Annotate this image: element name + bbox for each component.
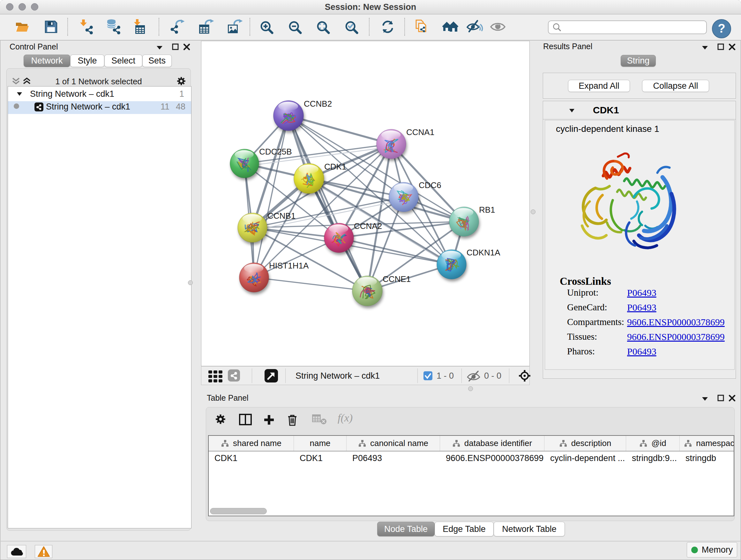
results-panel-close-icon[interactable] [728,43,736,51]
table-cell[interactable]: stringdb [680,451,734,465]
network-node-RB1[interactable] [449,207,479,236]
table-panel-close-icon[interactable] [728,394,736,402]
table-cell[interactable]: cyclin-dependent ... [544,451,626,465]
open-in-new-window-icon[interactable] [264,369,278,384]
refresh-button[interactable] [379,17,397,36]
warnings-button[interactable] [35,545,52,558]
column-header-database-identifier[interactable]: database identifier [440,436,544,451]
import-network-from-file-button[interactable] [77,17,95,36]
export-table-button[interactable] [197,17,216,36]
import-table-from-file-button[interactable] [130,17,149,36]
results-panel-menu-icon[interactable] [701,44,709,52]
zoom-fit-button[interactable] [313,17,332,36]
show-all-button[interactable] [488,17,507,36]
help-button[interactable]: ? [711,18,732,39]
network-node-CCNA1[interactable] [377,129,406,159]
search-box[interactable] [548,20,707,34]
control-tab-network[interactable]: Network [23,55,70,67]
table-horizontal-scrollbar[interactable] [210,508,267,514]
column-header-@id[interactable]: @id [626,436,680,451]
table-tab-node-table[interactable]: Node Table [377,522,434,537]
search-input[interactable] [564,22,706,32]
split-columns-icon[interactable] [239,414,252,427]
table-panel-float-icon[interactable] [717,394,725,402]
column-header-namespace[interactable]: namespace [680,436,734,451]
add-column-icon[interactable] [263,414,275,427]
network-node-CCNA2[interactable] [324,223,354,253]
network-node-CDK1[interactable] [294,164,324,193]
crosslink-row: Uniprot: P06493 [567,287,727,298]
vertical-splitter-grip-right[interactable] [531,209,536,214]
network-node-CCNE1[interactable] [352,276,382,306]
table-tab-edge-table[interactable]: Edge Table [434,522,494,537]
crosslink-value[interactable]: P06493 [627,287,657,298]
column-header-canonical-name[interactable]: canonical name [347,436,440,451]
import-network-from-database-button[interactable] [105,17,123,36]
network-collection-row[interactable]: String Network – cdk1 1 [8,88,191,101]
toolbar-separator [369,18,369,36]
horizontal-splitter-grip[interactable] [468,386,473,391]
new-network-from-selection-button[interactable] [441,17,460,36]
export-network-button[interactable] [168,17,186,36]
hide-selected-button[interactable] [465,17,484,36]
results-panel-float-icon[interactable] [717,43,725,51]
column-header-name[interactable]: name [294,436,347,451]
grid-view-icon[interactable] [208,370,223,384]
network-row[interactable]: String Network – cdk1 11 48 [8,101,191,114]
crosslink-row: Pharos: P06493 [567,346,727,357]
collapse-all-button[interactable]: Collapse All [642,80,709,92]
control-tab-style[interactable]: Style [70,55,105,67]
memory-button[interactable]: Memory [687,542,737,557]
network-options-gear-icon[interactable] [177,76,185,84]
zoom-out-button[interactable] [285,17,304,36]
table-cell[interactable]: 9606.ENSP00000378699 [440,451,544,465]
network-node-CDC25B[interactable] [230,149,259,178]
network-node-HIST1H1A[interactable] [239,263,269,292]
column-header-description[interactable]: description [544,436,626,451]
cdk1-collapse-icon[interactable] [568,107,576,116]
delete-column-icon[interactable] [286,414,298,428]
network-node-CDC6[interactable] [389,182,418,212]
network-canvas[interactable]: CCNB2CCNA1CDC25BCDK1CDC6RB1CCNB1CCNA2CDK… [201,41,530,366]
save-session-button[interactable] [42,17,60,36]
table-cell[interactable]: CDK1 [294,451,347,465]
export-image-button[interactable] [226,17,245,36]
crosslink-value[interactable]: 9606.ENSP00000378699 [627,317,725,327]
birdseye-view-icon[interactable] [518,369,531,383]
control-tab-select[interactable]: Select [105,55,142,67]
network-node-CCNB2[interactable] [273,101,304,131]
zoom-in-button[interactable] [257,17,275,36]
results-tab-string[interactable]: String [621,55,656,67]
open-session-button[interactable] [13,17,31,36]
control-panel-menu-icon[interactable] [155,44,164,52]
cloud-status-button[interactable] [7,545,26,558]
crosslink-value[interactable]: P06493 [627,302,657,313]
network-view-statusbar: String Network – cdk1 1 - 0 0 - 0 [201,366,530,385]
table-cell[interactable]: stringdb:9... [626,451,680,465]
vertical-splitter-grip-left[interactable] [188,280,193,285]
duplicate-network-button[interactable] [413,17,431,36]
table-settings-icon[interactable] [215,414,226,426]
control-tab-sets[interactable]: Sets [142,55,172,67]
table-panel-menu-icon[interactable] [701,395,709,403]
crosslink-row: Tissues: 9606.ENSP00000378699 [567,331,727,342]
network-node-CCNB1[interactable] [238,213,267,242]
collection-expand-icon[interactable] [16,90,23,100]
column-type-icon [358,440,366,447]
control-panel-float-icon[interactable] [172,43,180,51]
network-node-CDKN1A[interactable] [437,250,466,279]
selected-checkbox-icon[interactable] [423,371,433,382]
memory-status-dot [691,547,698,553]
crosslink-value[interactable]: P06493 [627,346,657,357]
column-type-icon [452,440,461,447]
control-panel-close-icon[interactable] [183,43,191,51]
expand-all-button[interactable]: Expand All [568,80,630,92]
cdk1-section-header[interactable]: CDK1 [543,101,736,119]
table-cell[interactable]: CDK1 [209,451,294,465]
table-cell[interactable]: P06493 [347,451,440,465]
column-header-shared-name[interactable]: shared name [209,436,294,451]
table-tab-network-table[interactable]: Network Table [494,522,565,537]
network-share-icon[interactable] [227,369,240,383]
zoom-selected-button[interactable] [342,17,360,36]
crosslink-value[interactable]: 9606.ENSP00000378699 [627,331,725,342]
